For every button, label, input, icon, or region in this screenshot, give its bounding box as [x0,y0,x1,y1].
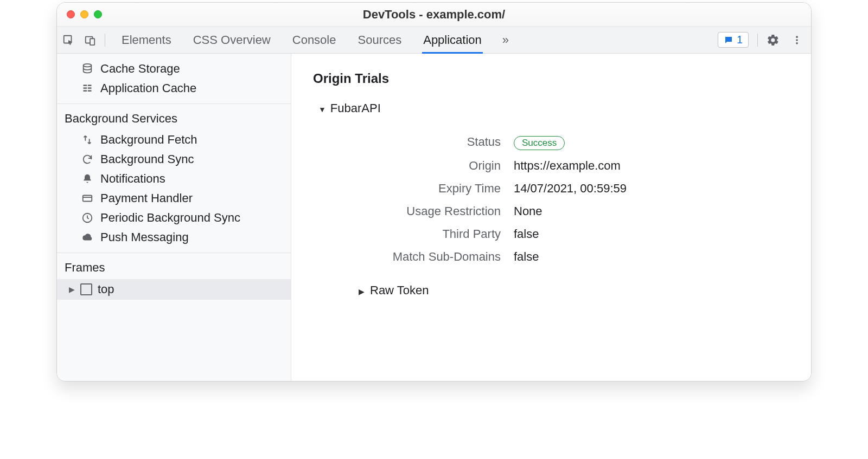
tab-label: Console [292,33,336,47]
device-toolbar-icon[interactable] [84,34,96,46]
svg-rect-9 [84,87,87,89]
application-sidebar: Cache Storage Application Cache [57,54,291,381]
svg-rect-11 [84,90,87,92]
origin-trial-toggle[interactable]: FubarAPI [318,101,789,115]
titlebar: DevTools - example.com/ [57,3,811,27]
tab-console[interactable]: Console [291,27,337,54]
sidebar-item-label: Cache Storage [100,62,180,76]
cache-group: Cache Storage Application Cache [57,54,291,104]
toolbar-divider [105,34,105,47]
tab-label: Application [423,33,482,47]
raw-token-label: Raw Token [370,283,429,298]
sidebar-item-label: Payment Handler [100,191,193,205]
svg-point-4 [796,39,798,41]
field-value-expiry: 14/07/2021, 00:59:59 [514,182,627,196]
field-label-usage: Usage Restriction [367,204,514,218]
sidebar-heading: Frames [57,258,291,279]
issues-icon [724,35,733,45]
sidebar-item-label: top [98,282,114,296]
devtools-toolbar: Elements CSS Overview Console Sources Ap… [57,27,811,54]
field-label-origin: Origin [367,159,514,173]
svg-point-3 [796,36,798,38]
field-label-sub-domains: Match Sub-Domains [367,250,514,264]
sidebar-item-cache-storage[interactable]: Cache Storage [57,59,291,79]
origin-trial-details: Status Success Origin https://example.co… [367,126,627,273]
svg-rect-13 [83,196,92,202]
tab-css-overview[interactable]: CSS Overview [192,27,272,54]
kebab-menu-icon[interactable] [792,34,802,47]
field-label-status: Status [367,135,514,150]
tab-sources[interactable]: Sources [356,27,403,54]
section-heading: Origin Trials [313,71,789,86]
sidebar-item-periodic-sync[interactable]: Periodic Background Sync [57,208,291,228]
sidebar-item-label: Application Cache [100,81,196,95]
frame-icon [80,283,92,295]
field-value-sub-domains: false [514,250,627,264]
tab-label: Sources [358,33,401,47]
svg-point-6 [84,64,92,67]
sidebar-item-background-fetch[interactable]: Background Fetch [57,130,291,150]
grid-icon [81,82,94,95]
svg-rect-12 [88,90,92,92]
sidebar-item-background-sync[interactable]: Background Sync [57,150,291,169]
devtools-window: DevTools - example.com/ Elements CSS Ove… [56,2,812,382]
field-value-third-party: false [514,227,627,241]
sidebar-item-notifications[interactable]: Notifications [57,169,291,189]
field-label-third-party: Third Party [367,227,514,241]
issues-badge[interactable]: 1 [718,32,749,48]
toolbar-divider [757,34,758,47]
background-services-group: Background Services Background Fetch [57,104,291,253]
inspect-element-icon[interactable] [62,34,74,46]
cloud-icon [81,231,94,244]
sidebar-item-label: Background Fetch [100,133,197,147]
bell-icon [81,172,94,185]
main-pane: Origin Trials FubarAPI Status Success Or… [291,54,811,381]
window-title: DevTools - example.com/ [57,8,811,22]
svg-rect-7 [84,85,87,86]
sidebar-item-label: Push Messaging [100,230,189,244]
fetch-icon [81,133,94,146]
field-value-usage: None [514,204,627,218]
credit-card-icon [81,192,94,205]
caret-down-icon [318,101,326,115]
sidebar-item-label: Notifications [100,172,165,186]
frames-group: Frames ▶ top [57,253,291,300]
sidebar-item-push-messaging[interactable]: Push Messaging [57,228,291,247]
tab-elements[interactable]: Elements [120,27,173,54]
more-tabs-icon[interactable]: » [502,33,509,47]
raw-token-toggle[interactable]: Raw Token [359,283,789,298]
database-icon [81,62,94,75]
settings-icon[interactable] [767,34,780,47]
svg-rect-10 [88,87,92,89]
sidebar-item-frame-top[interactable]: ▶ top [57,279,291,300]
origin-trial-node: FubarAPI Status Success Origin https://e… [318,101,789,298]
sidebar-item-payment-handler[interactable]: Payment Handler [57,189,291,208]
sidebar-item-application-cache[interactable]: Application Cache [57,79,291,98]
origin-trial-name: FubarAPI [330,101,381,115]
svg-rect-2 [90,38,94,45]
sidebar-item-label: Background Sync [100,152,194,166]
field-value-origin: https://example.com [514,159,627,173]
expand-arrow-icon[interactable]: ▶ [69,285,75,294]
tab-label: Elements [122,33,171,47]
sidebar-heading: Background Services [57,109,291,130]
tab-label: CSS Overview [193,33,271,47]
svg-rect-8 [88,85,92,86]
panel-tabs: Elements CSS Overview Console Sources Ap… [120,27,509,54]
sync-icon [81,153,94,166]
issues-count: 1 [737,34,743,46]
tab-application[interactable]: Application [422,27,483,54]
sidebar-item-label: Periodic Background Sync [100,211,240,225]
svg-point-5 [796,42,798,44]
clock-icon [81,211,94,224]
status-badge: Success [514,136,565,150]
caret-right-icon [359,283,365,298]
field-label-expiry: Expiry Time [367,182,514,196]
